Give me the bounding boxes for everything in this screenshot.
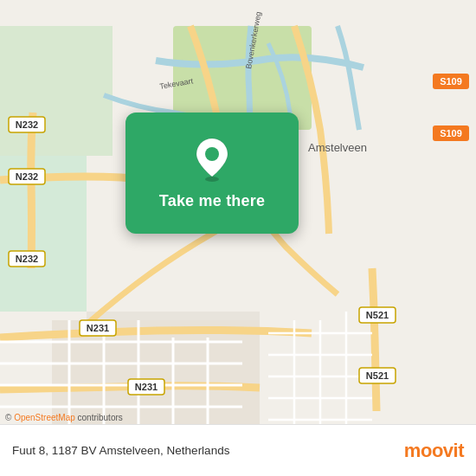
svg-text:N231: N231 (87, 323, 109, 333)
svg-text:Amstelveen: Amstelveen (308, 141, 367, 154)
map-svg: N232 N232 N232 N231 N231 N521 N521 S109 … (0, 0, 476, 476)
copyright-symbol: © (5, 413, 11, 422)
svg-text:N232: N232 (16, 119, 38, 130)
moovit-logo-ovit: ovit (432, 440, 464, 461)
svg-point-46 (205, 147, 219, 161)
svg-point-45 (205, 177, 219, 182)
svg-text:N232: N232 (16, 171, 38, 182)
moovit-logo: moovit (404, 440, 464, 462)
svg-text:S109: S109 (440, 76, 462, 87)
svg-text:N521: N521 (366, 370, 389, 381)
svg-text:N521: N521 (366, 310, 389, 320)
osm-link[interactable]: OpenStreetMap (14, 413, 75, 422)
overlay-card[interactable]: Take me there (125, 113, 299, 234)
osm-credit: © OpenStreetMap contributors (5, 413, 123, 422)
location-pin-icon (193, 137, 231, 182)
address-text: Fuut 8, 1187 BV Amstelveen, Netherlands (12, 444, 229, 457)
moovit-logo-m: m (404, 440, 421, 461)
svg-text:S109: S109 (440, 128, 462, 138)
svg-rect-3 (0, 26, 113, 156)
take-me-there-button[interactable]: Take me there (159, 192, 265, 210)
bottom-bar: Fuut 8, 1187 BV Amstelveen, Netherlands … (0, 424, 476, 476)
svg-text:N231: N231 (135, 382, 158, 392)
moovit-logo-text: moovit (404, 440, 464, 462)
moovit-logo-o: o (421, 440, 432, 461)
contributors-text: contributors (78, 413, 123, 422)
svg-text:N232: N232 (16, 254, 38, 264)
map-container: N232 N232 N232 N231 N231 N521 N521 S109 … (0, 0, 476, 476)
